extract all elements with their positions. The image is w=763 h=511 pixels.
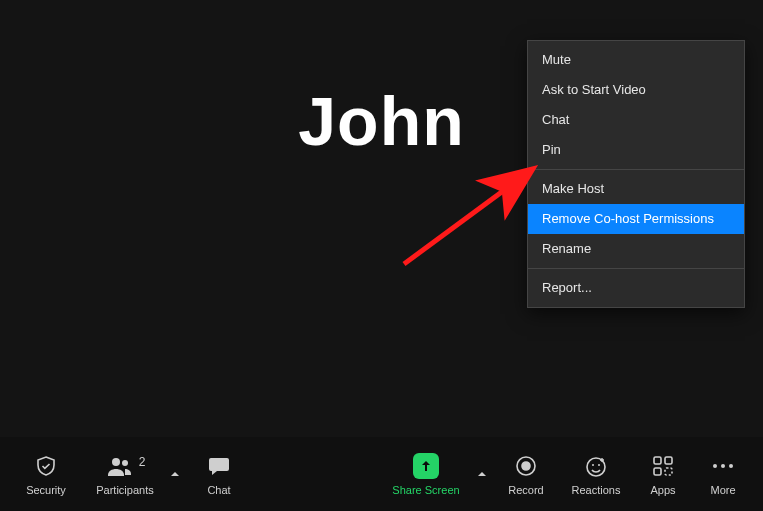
menu-item-label: Pin <box>542 142 561 157</box>
menu-item-mute[interactable]: Mute <box>528 45 744 75</box>
participant-count: 2 <box>139 455 146 469</box>
security-button[interactable]: Security <box>6 437 86 511</box>
record-button[interactable]: Record <box>493 437 559 511</box>
share-screen-icon <box>413 452 439 480</box>
menu-item-report[interactable]: Report... <box>528 273 744 303</box>
more-button[interactable]: More <box>693 437 753 511</box>
toolbar-label: More <box>710 484 735 496</box>
participants-caret[interactable] <box>164 437 186 511</box>
toolbar-label: Apps <box>650 484 675 496</box>
menu-item-label: Chat <box>542 112 569 127</box>
menu-item-label: Mute <box>542 52 571 67</box>
menu-item-label: Rename <box>542 241 591 256</box>
toolbar-label: Record <box>508 484 543 496</box>
chat-icon <box>207 452 231 480</box>
toolbar-label: Chat <box>207 484 230 496</box>
reactions-button[interactable]: Reactions <box>559 437 633 511</box>
toolbar-label: Security <box>26 484 66 496</box>
svg-rect-8 <box>654 457 661 464</box>
toolbar-label: Share Screen <box>392 484 459 496</box>
svg-line-0 <box>404 174 526 264</box>
more-icon <box>711 452 735 480</box>
smile-icon <box>584 452 608 480</box>
svg-point-1 <box>112 458 120 466</box>
svg-rect-10 <box>654 468 661 475</box>
meeting-window: John Mute Ask to Start Video Chat Pin Ma… <box>0 0 763 511</box>
menu-item-rename[interactable]: Rename <box>528 234 744 264</box>
svg-point-4 <box>522 462 530 470</box>
toolbar-label: Reactions <box>572 484 621 496</box>
menu-item-label: Ask to Start Video <box>542 82 646 97</box>
svg-point-14 <box>729 464 733 468</box>
apps-button[interactable]: Apps <box>633 437 693 511</box>
share-screen-button[interactable]: Share Screen <box>381 437 471 511</box>
participants-button[interactable]: 2 Participants <box>86 437 164 511</box>
chevron-up-icon <box>477 469 487 479</box>
meeting-toolbar: Security 2 Participants Chat <box>0 437 763 511</box>
svg-rect-9 <box>665 457 672 464</box>
svg-point-13 <box>721 464 725 468</box>
record-icon <box>515 452 537 480</box>
menu-item-chat[interactable]: Chat <box>528 105 744 135</box>
toolbar-label: Participants <box>96 484 153 496</box>
svg-point-2 <box>122 460 128 466</box>
menu-item-label: Make Host <box>542 181 604 196</box>
svg-point-12 <box>713 464 717 468</box>
svg-rect-11 <box>665 468 672 475</box>
svg-point-7 <box>598 464 600 466</box>
menu-item-make-host[interactable]: Make Host <box>528 174 744 204</box>
menu-item-label: Remove Co-host Permissions <box>542 211 714 226</box>
share-caret[interactable] <box>471 437 493 511</box>
svg-point-6 <box>592 464 594 466</box>
menu-item-pin[interactable]: Pin <box>528 135 744 165</box>
people-icon: 2 <box>105 452 146 480</box>
apps-icon <box>652 452 674 480</box>
annotation-arrow <box>398 152 548 272</box>
menu-item-remove-cohost[interactable]: Remove Co-host Permissions <box>528 204 744 234</box>
menu-item-label: Report... <box>542 280 592 295</box>
chat-button[interactable]: Chat <box>186 437 252 511</box>
chevron-up-icon <box>170 469 180 479</box>
menu-item-ask-start-video[interactable]: Ask to Start Video <box>528 75 744 105</box>
participant-context-menu: Mute Ask to Start Video Chat Pin Make Ho… <box>527 40 745 308</box>
shield-icon <box>34 452 58 480</box>
